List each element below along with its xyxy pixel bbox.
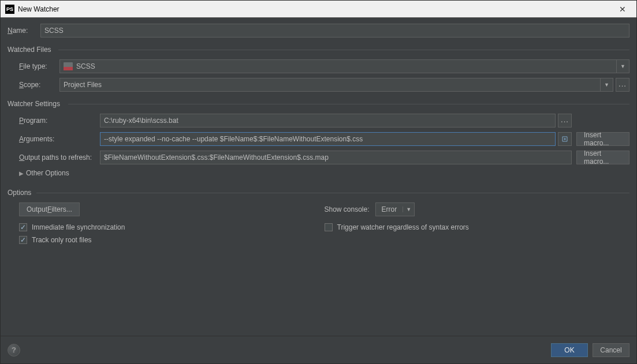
watched-files-section: File type: SCSS ▼ Scope: Project Files ▼… (8, 59, 629, 96)
show-console-label: Show console: (325, 205, 370, 213)
chevron-down-icon[interactable]: ▼ (600, 78, 613, 91)
other-options-toggle[interactable]: ▶ Other Options (19, 169, 629, 177)
output-filters-button[interactable]: Output Filters... (19, 202, 80, 216)
trigger-regardless-label: Trigger watcher regardless of syntax err… (337, 223, 469, 231)
scope-combo[interactable]: Project Files ▼ (59, 78, 613, 92)
chevron-down-icon[interactable]: ▼ (616, 60, 629, 73)
immediate-sync-label: Immediate file synchronization (32, 223, 125, 231)
dialog-content: Name: Watched Files File type: SCSS ▼ Sc… (1, 18, 636, 336)
chevron-down-icon[interactable]: ▼ (403, 207, 414, 212)
show-console-value: Error (376, 205, 403, 213)
file-type-combo[interactable]: SCSS ▼ (59, 59, 629, 73)
cancel-button[interactable]: Cancel (593, 343, 629, 357)
output-paths-label: Output paths to refresh: (19, 153, 100, 162)
close-icon[interactable]: ✕ (611, 2, 634, 17)
arguments-label: Arguments: (19, 135, 100, 143)
scope-value: Project Files (64, 81, 102, 89)
name-label: Name: (8, 27, 33, 35)
dialog-footer: ? OK Cancel (1, 336, 636, 363)
insert-macro-output-button[interactable]: Insert macro... (576, 151, 629, 164)
scope-label: Scope: (19, 81, 55, 89)
name-input[interactable] (40, 24, 629, 37)
watcher-settings-header: Watcher Settings (8, 100, 629, 108)
program-browse-button[interactable]: ... (558, 114, 572, 127)
expand-arguments-button[interactable] (558, 132, 572, 146)
window-title: New Watcher (18, 5, 611, 13)
scope-browse-button[interactable]: ... (616, 78, 629, 92)
help-button[interactable]: ? (8, 344, 20, 357)
trigger-regardless-checkbox[interactable] (325, 223, 333, 231)
options-section: Output Filters... Immediate file synchro… (8, 202, 629, 249)
app-icon: PS (5, 5, 14, 14)
immediate-sync-checkbox[interactable] (19, 223, 27, 231)
titlebar: PS New Watcher ✕ (1, 1, 636, 18)
watched-files-header: Watched Files (8, 46, 629, 54)
file-type-label: File type: (19, 62, 55, 70)
show-console-combo[interactable]: Error ▼ (375, 202, 415, 216)
insert-macro-arguments-button[interactable]: Insert macro... (576, 132, 629, 146)
triangle-right-icon: ▶ (19, 170, 24, 177)
program-label: Program: (19, 117, 100, 125)
output-paths-input[interactable] (100, 151, 572, 164)
arguments-input[interactable] (100, 132, 556, 146)
track-root-label: Track only root files (32, 236, 92, 244)
track-root-row[interactable]: Track only root files (19, 236, 325, 244)
other-options-label: Other Options (26, 169, 69, 177)
name-row: Name: (8, 24, 629, 37)
expand-icon (560, 134, 569, 144)
track-root-checkbox[interactable] (19, 236, 27, 244)
ok-button[interactable]: OK (551, 343, 588, 357)
trigger-regardless-row[interactable]: Trigger watcher regardless of syntax err… (325, 223, 630, 231)
file-type-value: SCSS (76, 62, 95, 70)
scss-file-icon (64, 62, 73, 70)
program-input[interactable] (100, 114, 556, 127)
watcher-settings-section: Program: ... Arguments: Insert macro... … (8, 114, 629, 181)
options-header: Options (8, 189, 629, 197)
immediate-sync-row[interactable]: Immediate file synchronization (19, 223, 325, 231)
